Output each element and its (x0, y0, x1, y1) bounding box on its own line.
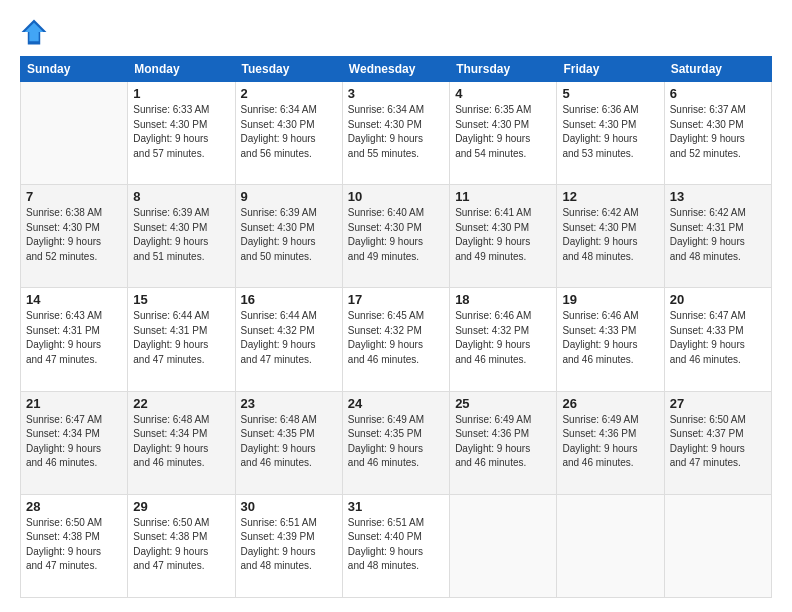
calendar-day-cell: 9Sunrise: 6:39 AMSunset: 4:30 PMDaylight… (235, 185, 342, 288)
day-number: 8 (133, 189, 229, 204)
calendar-day-cell: 6Sunrise: 6:37 AMSunset: 4:30 PMDaylight… (664, 82, 771, 185)
calendar-day-cell: 17Sunrise: 6:45 AMSunset: 4:32 PMDayligh… (342, 288, 449, 391)
calendar-day-cell: 14Sunrise: 6:43 AMSunset: 4:31 PMDayligh… (21, 288, 128, 391)
day-number: 11 (455, 189, 551, 204)
calendar-day-cell: 4Sunrise: 6:35 AMSunset: 4:30 PMDaylight… (450, 82, 557, 185)
day-number: 23 (241, 396, 337, 411)
calendar-week-row: 28Sunrise: 6:50 AMSunset: 4:38 PMDayligh… (21, 494, 772, 597)
calendar-week-row: 7Sunrise: 6:38 AMSunset: 4:30 PMDaylight… (21, 185, 772, 288)
calendar-day-cell: 15Sunrise: 6:44 AMSunset: 4:31 PMDayligh… (128, 288, 235, 391)
calendar-day-cell: 3Sunrise: 6:34 AMSunset: 4:30 PMDaylight… (342, 82, 449, 185)
day-number: 19 (562, 292, 658, 307)
weekday-header-monday: Monday (128, 57, 235, 82)
day-number: 26 (562, 396, 658, 411)
day-number: 21 (26, 396, 122, 411)
day-info: Sunrise: 6:50 AMSunset: 4:37 PMDaylight:… (670, 413, 766, 471)
weekday-header-sunday: Sunday (21, 57, 128, 82)
day-info: Sunrise: 6:46 AMSunset: 4:33 PMDaylight:… (562, 309, 658, 367)
calendar-day-cell: 2Sunrise: 6:34 AMSunset: 4:30 PMDaylight… (235, 82, 342, 185)
day-info: Sunrise: 6:40 AMSunset: 4:30 PMDaylight:… (348, 206, 444, 264)
calendar-day-cell: 18Sunrise: 6:46 AMSunset: 4:32 PMDayligh… (450, 288, 557, 391)
calendar-day-cell: 31Sunrise: 6:51 AMSunset: 4:40 PMDayligh… (342, 494, 449, 597)
calendar-table: SundayMondayTuesdayWednesdayThursdayFrid… (20, 56, 772, 598)
day-number: 3 (348, 86, 444, 101)
day-info: Sunrise: 6:42 AMSunset: 4:31 PMDaylight:… (670, 206, 766, 264)
calendar-day-cell: 8Sunrise: 6:39 AMSunset: 4:30 PMDaylight… (128, 185, 235, 288)
day-info: Sunrise: 6:48 AMSunset: 4:34 PMDaylight:… (133, 413, 229, 471)
calendar-day-cell: 1Sunrise: 6:33 AMSunset: 4:30 PMDaylight… (128, 82, 235, 185)
day-number: 4 (455, 86, 551, 101)
day-info: Sunrise: 6:39 AMSunset: 4:30 PMDaylight:… (133, 206, 229, 264)
day-info: Sunrise: 6:38 AMSunset: 4:30 PMDaylight:… (26, 206, 122, 264)
calendar-day-cell: 16Sunrise: 6:44 AMSunset: 4:32 PMDayligh… (235, 288, 342, 391)
day-number: 7 (26, 189, 122, 204)
day-number: 9 (241, 189, 337, 204)
day-number: 12 (562, 189, 658, 204)
calendar-day-cell (664, 494, 771, 597)
day-number: 15 (133, 292, 229, 307)
calendar-day-cell: 25Sunrise: 6:49 AMSunset: 4:36 PMDayligh… (450, 391, 557, 494)
day-info: Sunrise: 6:49 AMSunset: 4:35 PMDaylight:… (348, 413, 444, 471)
calendar-day-cell: 19Sunrise: 6:46 AMSunset: 4:33 PMDayligh… (557, 288, 664, 391)
day-info: Sunrise: 6:48 AMSunset: 4:35 PMDaylight:… (241, 413, 337, 471)
weekday-header-friday: Friday (557, 57, 664, 82)
calendar-day-cell (21, 82, 128, 185)
day-info: Sunrise: 6:49 AMSunset: 4:36 PMDaylight:… (562, 413, 658, 471)
day-number: 10 (348, 189, 444, 204)
svg-marker-1 (25, 23, 44, 42)
day-info: Sunrise: 6:44 AMSunset: 4:32 PMDaylight:… (241, 309, 337, 367)
calendar-day-cell: 13Sunrise: 6:42 AMSunset: 4:31 PMDayligh… (664, 185, 771, 288)
day-number: 1 (133, 86, 229, 101)
calendar-day-cell: 10Sunrise: 6:40 AMSunset: 4:30 PMDayligh… (342, 185, 449, 288)
day-info: Sunrise: 6:46 AMSunset: 4:32 PMDaylight:… (455, 309, 551, 367)
calendar-day-cell: 12Sunrise: 6:42 AMSunset: 4:30 PMDayligh… (557, 185, 664, 288)
weekday-header-saturday: Saturday (664, 57, 771, 82)
calendar-day-cell: 28Sunrise: 6:50 AMSunset: 4:38 PMDayligh… (21, 494, 128, 597)
day-number: 2 (241, 86, 337, 101)
day-info: Sunrise: 6:51 AMSunset: 4:39 PMDaylight:… (241, 516, 337, 574)
calendar-day-cell: 24Sunrise: 6:49 AMSunset: 4:35 PMDayligh… (342, 391, 449, 494)
day-info: Sunrise: 6:41 AMSunset: 4:30 PMDaylight:… (455, 206, 551, 264)
calendar-day-cell: 5Sunrise: 6:36 AMSunset: 4:30 PMDaylight… (557, 82, 664, 185)
calendar-day-cell: 30Sunrise: 6:51 AMSunset: 4:39 PMDayligh… (235, 494, 342, 597)
day-info: Sunrise: 6:34 AMSunset: 4:30 PMDaylight:… (348, 103, 444, 161)
day-number: 24 (348, 396, 444, 411)
calendar-day-cell: 21Sunrise: 6:47 AMSunset: 4:34 PMDayligh… (21, 391, 128, 494)
day-number: 14 (26, 292, 122, 307)
day-number: 20 (670, 292, 766, 307)
day-info: Sunrise: 6:34 AMSunset: 4:30 PMDaylight:… (241, 103, 337, 161)
day-number: 13 (670, 189, 766, 204)
day-info: Sunrise: 6:47 AMSunset: 4:33 PMDaylight:… (670, 309, 766, 367)
day-info: Sunrise: 6:39 AMSunset: 4:30 PMDaylight:… (241, 206, 337, 264)
calendar-day-cell: 11Sunrise: 6:41 AMSunset: 4:30 PMDayligh… (450, 185, 557, 288)
day-number: 22 (133, 396, 229, 411)
logo (20, 18, 52, 46)
calendar-week-row: 21Sunrise: 6:47 AMSunset: 4:34 PMDayligh… (21, 391, 772, 494)
page: SundayMondayTuesdayWednesdayThursdayFrid… (0, 0, 792, 612)
weekday-header-tuesday: Tuesday (235, 57, 342, 82)
day-number: 29 (133, 499, 229, 514)
day-number: 28 (26, 499, 122, 514)
day-number: 17 (348, 292, 444, 307)
calendar-day-cell (557, 494, 664, 597)
day-info: Sunrise: 6:35 AMSunset: 4:30 PMDaylight:… (455, 103, 551, 161)
weekday-header-thursday: Thursday (450, 57, 557, 82)
day-number: 18 (455, 292, 551, 307)
calendar-day-cell: 26Sunrise: 6:49 AMSunset: 4:36 PMDayligh… (557, 391, 664, 494)
day-info: Sunrise: 6:37 AMSunset: 4:30 PMDaylight:… (670, 103, 766, 161)
day-info: Sunrise: 6:50 AMSunset: 4:38 PMDaylight:… (26, 516, 122, 574)
day-info: Sunrise: 6:43 AMSunset: 4:31 PMDaylight:… (26, 309, 122, 367)
calendar-week-row: 1Sunrise: 6:33 AMSunset: 4:30 PMDaylight… (21, 82, 772, 185)
day-info: Sunrise: 6:49 AMSunset: 4:36 PMDaylight:… (455, 413, 551, 471)
day-info: Sunrise: 6:36 AMSunset: 4:30 PMDaylight:… (562, 103, 658, 161)
calendar-day-cell: 29Sunrise: 6:50 AMSunset: 4:38 PMDayligh… (128, 494, 235, 597)
day-info: Sunrise: 6:42 AMSunset: 4:30 PMDaylight:… (562, 206, 658, 264)
weekday-header-wednesday: Wednesday (342, 57, 449, 82)
day-number: 25 (455, 396, 551, 411)
day-number: 6 (670, 86, 766, 101)
calendar-day-cell: 22Sunrise: 6:48 AMSunset: 4:34 PMDayligh… (128, 391, 235, 494)
calendar-day-cell: 23Sunrise: 6:48 AMSunset: 4:35 PMDayligh… (235, 391, 342, 494)
logo-icon (20, 18, 48, 46)
day-number: 5 (562, 86, 658, 101)
day-info: Sunrise: 6:44 AMSunset: 4:31 PMDaylight:… (133, 309, 229, 367)
